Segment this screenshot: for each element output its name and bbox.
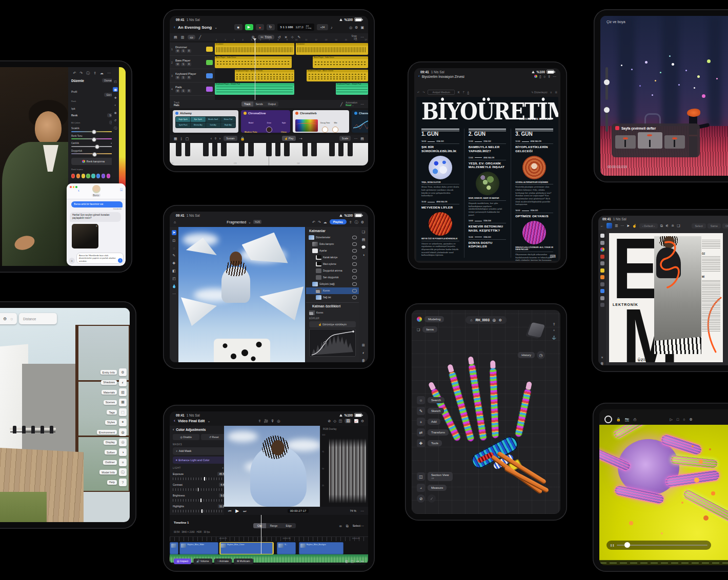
- tuner-icon[interactable]: ♪: [331, 26, 333, 29]
- document-pill[interactable]: ⌂ RH_0003 ◎ ⊖: [466, 316, 507, 324]
- affinity-app-icon[interactable]: [606, 223, 612, 229]
- region-keys-1[interactable]: Keyboard Player - Broken Chords: [235, 70, 295, 81]
- msr-button[interactable]: S: [181, 49, 186, 53]
- clip-edge[interactable]: [170, 542, 178, 554]
- decay-knob[interactable]: [322, 127, 328, 133]
- transform-icon[interactable]: ⧉: [660, 224, 663, 227]
- track-header[interactable]: 3Keyboard PlayerMSR: [170, 69, 215, 82]
- keyboard-icon[interactable]: ▤: [360, 137, 364, 140]
- color-swatch[interactable]: [76, 174, 80, 178]
- slider-knob[interactable]: [95, 144, 99, 149]
- alchemy-preset[interactable]: Metallic Swell: [206, 117, 220, 122]
- play-icon[interactable]: ▷: [670, 418, 673, 421]
- delete-icon[interactable]: 🗑: [362, 359, 366, 362]
- lock-icon[interactable]: 🔒: [616, 418, 621, 421]
- regions-view-icon[interactable]: ▭: [188, 35, 195, 39]
- properties-icon[interactable]: ▤: [362, 238, 366, 241]
- slider-exposure[interactable]: Exposure45.59: [173, 472, 227, 480]
- inspector-tab[interactable]: Output: [266, 101, 278, 107]
- slider-track[interactable]: [173, 510, 227, 512]
- region-bass-1[interactable]: Bass Player - Indie Disco: [215, 56, 292, 68]
- play-button[interactable]: ▶: [245, 24, 253, 30]
- contact-avatar[interactable]: [92, 185, 100, 193]
- track-header[interactable]: 2Bass PlayerMSR: [170, 56, 215, 69]
- count-in-button[interactable]: +34: [317, 24, 328, 30]
- text-tool[interactable]: [600, 289, 604, 293]
- msr-button[interactable]: S: [181, 89, 186, 93]
- alchemy-preset[interactable]: Bright Arp: [221, 122, 235, 128]
- masking-icon[interactable]: ◐: [114, 103, 116, 107]
- button-volume[interactable]: 🔊 Volume: [193, 558, 212, 564]
- send-button[interactable]: ↑: [118, 258, 123, 263]
- brush-tool[interactable]: ✎: [173, 254, 176, 258]
- bold-button[interactable]: K: [458, 91, 460, 94]
- redo-icon[interactable]: ↷: [79, 71, 83, 75]
- piano-black-key[interactable]: [284, 143, 290, 156]
- slider-knob[interactable]: [604, 79, 610, 85]
- adjustments-icon[interactable]: ◑: [362, 253, 365, 257]
- node-tool[interactable]: ☝: [632, 224, 637, 227]
- octane-logo-icon[interactable]: [604, 416, 612, 423]
- visibility-icon[interactable]: ◎: [493, 318, 496, 322]
- layer-row[interactable]: Gökyüzü (sağ): [306, 281, 359, 287]
- layer-row[interactable]: Doygunluk artırma: [306, 267, 359, 274]
- poster-canvas[interactable]: E LEKTRONİK M ÜZİK ÖZ Mİ: [609, 233, 723, 362]
- eraser-tool[interactable]: [600, 261, 604, 265]
- color-swatch[interactable]: [86, 174, 90, 178]
- inspector-tab[interactable]: Sends: [253, 101, 266, 107]
- segment-edge[interactable]: Edge: [281, 523, 296, 528]
- panel-button[interactable]: ⬚: [119, 408, 127, 416]
- region-keys-2[interactable]: Keyboard Player - Block Chords: [307, 70, 368, 81]
- designer-icon[interactable]: [534, 75, 537, 78]
- measure-icon[interactable]: ⟓: [417, 484, 425, 492]
- lock-icon[interactable]: 🔒: [240, 137, 245, 140]
- piano-black-key[interactable]: [275, 143, 281, 156]
- more-icon[interactable]: ⋯: [553, 75, 556, 78]
- track-header[interactable]: 1DrummerMSR: [170, 43, 215, 56]
- slider-knob[interactable]: [92, 152, 97, 157]
- healing-icon[interactable]: ✚: [114, 96, 116, 99]
- piano-black-key[interactable]: [266, 143, 272, 156]
- layer-visibility-icon[interactable]: [352, 289, 357, 293]
- minimize-icon[interactable]: ⊖: [361, 419, 364, 423]
- layers-icon[interactable]: ❏: [417, 328, 420, 332]
- plugin-chromaglow[interactable]: ChromaGlow ModelModern Tube Drive StyleC…: [241, 110, 290, 133]
- piano-black-key[interactable]: [302, 143, 308, 156]
- playhead[interactable]: [255, 38, 255, 100]
- camera-icon[interactable]: 🎥: [264, 419, 268, 423]
- ar-icon[interactable]: ⇧: [553, 322, 556, 326]
- record-settings-icon[interactable]: ▢: [186, 137, 189, 140]
- next-frame-icon[interactable]: ⏭: [243, 509, 246, 513]
- split-view-icon[interactable]: ◫: [339, 419, 342, 423]
- frame-thumbnail[interactable]: [615, 135, 636, 149]
- color-swatch[interactable]: [102, 174, 105, 178]
- play-icon[interactable]: ▶: [235, 509, 239, 513]
- refresh-icon[interactable]: ○: [683, 418, 685, 421]
- color-swatch[interactable]: [71, 174, 75, 178]
- alchemy-preset[interactable]: Dark Arp: [206, 122, 220, 128]
- piano-black-key[interactable]: [212, 143, 218, 156]
- alchemy-preset[interactable]: Bright Synth: [176, 117, 190, 122]
- layer-visibility-icon[interactable]: [352, 282, 357, 286]
- slider-highlights[interactable]: Highlights11.27: [173, 504, 227, 512]
- button-inspect[interactable]: ▤ Inspect: [174, 558, 191, 564]
- flip-icon[interactable]: ⚟: [665, 224, 669, 227]
- crop-tool[interactable]: [600, 296, 604, 300]
- shot-selector[interactable]: B0 Çekim: [71, 121, 80, 124]
- info-icon[interactable]: ⓘ: [86, 71, 90, 75]
- slider-track[interactable]: [173, 499, 227, 502]
- shapr-logo-icon[interactable]: [417, 317, 422, 322]
- tool-icon[interactable]: ⇄: [417, 428, 425, 437]
- transform-tool[interactable]: ⊡: [173, 239, 176, 243]
- reset-button[interactable]: ↺ Reset: [201, 434, 228, 440]
- timeline-playhead[interactable]: [261, 515, 261, 554]
- cloud-icon[interactable]: ☁: [323, 220, 327, 224]
- layer-visibility-icon[interactable]: [352, 256, 357, 259]
- back-icon[interactable]: ‹: [173, 428, 174, 431]
- more-icon[interactable]: ⋯: [360, 102, 364, 106]
- node-tool[interactable]: [600, 241, 604, 245]
- help-icon[interactable]: ⓘ: [355, 220, 358, 224]
- share-icon[interactable]: ⇧: [93, 71, 96, 75]
- italic-button[interactable]: T: [463, 91, 464, 94]
- preset-selector[interactable]: ‹ Default ›: [639, 223, 658, 229]
